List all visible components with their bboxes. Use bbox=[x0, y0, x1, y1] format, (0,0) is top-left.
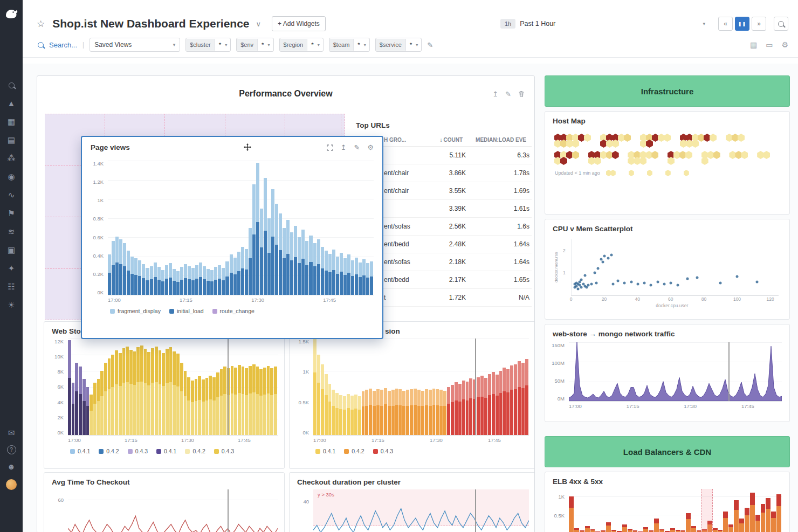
favorite-star-icon[interactable]: ☆ bbox=[37, 18, 45, 30]
user-avatar-icon[interactable] bbox=[6, 479, 17, 490]
template-var-env[interactable]: $env*▾ bbox=[236, 38, 273, 52]
legend-item[interactable]: 0.4.3 bbox=[128, 448, 148, 454]
move-cursor-icon[interactable] bbox=[244, 143, 251, 151]
bar bbox=[136, 347, 140, 435]
chart-plot[interactable] bbox=[68, 338, 278, 436]
edit-variables-pencil-icon[interactable]: ✎ bbox=[427, 41, 433, 49]
saved-views-dropdown[interactable]: Saved Views ▾ bbox=[90, 38, 180, 52]
trash-icon[interactable] bbox=[518, 91, 525, 98]
search-button[interactable] bbox=[774, 17, 788, 31]
integrations-icon[interactable]: ⚑ bbox=[8, 209, 15, 218]
tv-mode-icon[interactable]: ▭ bbox=[766, 40, 773, 49]
bar bbox=[162, 353, 165, 435]
synthetics-icon[interactable]: ☷ bbox=[8, 282, 15, 291]
time-range-dropdown[interactable]: 1h Past 1 Hour ▾ bbox=[500, 19, 705, 29]
add-widgets-button[interactable]: + Add Widgets bbox=[272, 16, 326, 31]
legend-item[interactable]: 0.4.1 bbox=[70, 448, 90, 454]
infrastructure-group-header[interactable]: Infrastructure bbox=[545, 75, 790, 107]
host-group[interactable] bbox=[589, 152, 620, 164]
legend-item[interactable]: 0.4.2 bbox=[185, 448, 205, 454]
legend-item[interactable]: 0.4.2 bbox=[344, 448, 364, 454]
column-median[interactable]: MEDIAN:LOAD EVE bbox=[463, 137, 528, 143]
chart-plot[interactable] bbox=[313, 338, 529, 436]
legend-item[interactable]: 0.4.3 bbox=[373, 448, 393, 454]
legend-item[interactable]: initial_load bbox=[169, 308, 204, 314]
host-group[interactable] bbox=[684, 171, 689, 175]
dashboards-icon[interactable]: ▦ bbox=[8, 118, 15, 126]
host-group[interactable] bbox=[730, 152, 749, 158]
settings-gear-icon[interactable]: ⚙ bbox=[781, 40, 788, 49]
avg-time-widget: Avg Time To Checkout 6040 bbox=[44, 472, 285, 532]
security-icon[interactable]: ✦ bbox=[8, 264, 15, 273]
settings-gear-icon[interactable]: ⚙ bbox=[367, 143, 374, 151]
sidebar-nav: ▲▦▤⁂◉∿⚑≋▣✦☷☀ bbox=[0, 81, 23, 309]
gridline bbox=[108, 218, 374, 219]
time-back-button[interactable]: « bbox=[718, 17, 733, 31]
edit-pencil-icon[interactable]: ✎ bbox=[354, 143, 360, 151]
processes-icon[interactable]: ⁂ bbox=[8, 154, 16, 163]
time-forward-button[interactable]: » bbox=[752, 17, 766, 31]
pause-button[interactable]: ❚❚ bbox=[735, 17, 749, 31]
scatter-point bbox=[643, 282, 646, 285]
screenboard-grid-icon[interactable]: ▦ bbox=[750, 40, 757, 49]
bar bbox=[421, 391, 424, 435]
infrastructure-icon[interactable]: ▲ bbox=[8, 99, 16, 108]
host-group[interactable] bbox=[555, 152, 580, 164]
host-group[interactable] bbox=[668, 152, 693, 164]
host-group[interactable] bbox=[758, 152, 771, 158]
host-group[interactable] bbox=[726, 135, 746, 141]
watchdog-icon[interactable]: ☀ bbox=[8, 301, 15, 309]
host-group[interactable] bbox=[629, 171, 634, 175]
bar bbox=[340, 253, 343, 295]
datadog-logo-icon[interactable] bbox=[4, 5, 19, 20]
monitors-icon[interactable]: ◉ bbox=[8, 172, 15, 181]
host-group[interactable] bbox=[628, 152, 659, 164]
notebooks-icon[interactable]: ▣ bbox=[8, 246, 15, 254]
page-views-widget-dragging[interactable]: Page views ↥ ✎ ⚙ 1.4K1.2K1K0.8K0.6K0.4K0… bbox=[81, 136, 383, 339]
chat-icon[interactable]: ✉ bbox=[8, 429, 15, 437]
bar bbox=[469, 378, 472, 435]
template-var-region[interactable]: $region*▾ bbox=[279, 38, 324, 52]
chart-plot[interactable] bbox=[569, 342, 782, 402]
dashboard-search-input[interactable]: Search... bbox=[49, 41, 77, 49]
legend-item[interactable]: 0.4.2 bbox=[99, 448, 119, 454]
host-group[interactable] bbox=[680, 135, 718, 147]
search-icon[interactable] bbox=[9, 81, 15, 89]
logs-icon[interactable]: ≋ bbox=[8, 227, 15, 236]
bar bbox=[93, 383, 97, 435]
host-group[interactable] bbox=[607, 171, 615, 175]
legend-item[interactable]: 0.4.1 bbox=[315, 448, 335, 454]
legend-item[interactable]: fragment_display bbox=[110, 308, 161, 314]
template-var-team[interactable]: $team*▾ bbox=[329, 38, 370, 52]
chart-plot[interactable]: y > 30s bbox=[313, 489, 529, 532]
legend-item[interactable]: route_change bbox=[212, 308, 254, 314]
host-group[interactable] bbox=[601, 135, 632, 147]
chart-plot[interactable]: 21 bbox=[571, 239, 779, 296]
help-icon[interactable]: ? bbox=[7, 445, 16, 454]
chart-plot[interactable] bbox=[569, 489, 782, 532]
chart-plot[interactable] bbox=[68, 489, 278, 532]
host-group[interactable] bbox=[702, 152, 721, 164]
chart-plot[interactable] bbox=[108, 161, 374, 295]
template-var-cluster[interactable]: $cluster*▾ bbox=[185, 38, 231, 52]
host-group[interactable] bbox=[641, 135, 672, 147]
bar bbox=[313, 338, 317, 435]
users-icon[interactable]: ☻ bbox=[7, 462, 16, 471]
bar bbox=[147, 352, 150, 435]
chevron-down-icon[interactable]: ∨ bbox=[256, 20, 262, 28]
apm-icon[interactable]: ∿ bbox=[8, 191, 15, 199]
host-group[interactable] bbox=[555, 135, 592, 147]
column-count[interactable]: ↓COUNT bbox=[421, 137, 463, 143]
fullscreen-icon[interactable] bbox=[327, 144, 333, 151]
bar bbox=[151, 348, 154, 435]
host-map-icon[interactable]: ▤ bbox=[8, 136, 15, 144]
host-group[interactable] bbox=[666, 171, 670, 175]
edit-pencil-icon[interactable]: ✎ bbox=[505, 90, 511, 98]
legend-item[interactable]: 0.4.3 bbox=[214, 448, 234, 454]
host-group[interactable] bbox=[648, 171, 652, 175]
legend-item[interactable]: 0.4.1 bbox=[156, 448, 176, 454]
export-icon[interactable]: ↥ bbox=[492, 90, 498, 98]
template-var-service[interactable]: $service*▾ bbox=[375, 38, 422, 52]
export-icon[interactable]: ↥ bbox=[341, 143, 347, 151]
load-balancers-group-header[interactable]: Load Balancers & CDN bbox=[545, 436, 790, 467]
